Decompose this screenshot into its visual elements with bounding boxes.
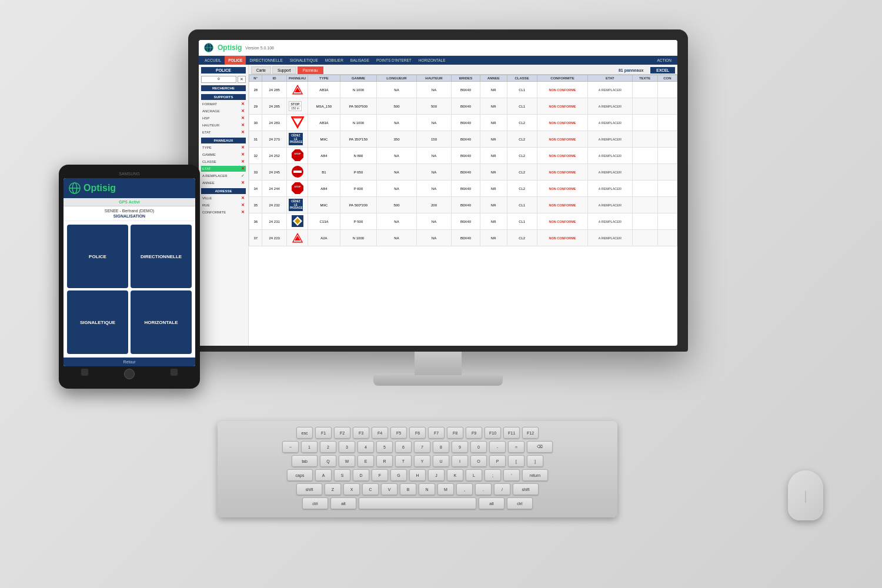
key-shift-l[interactable]: shift: [296, 483, 322, 495]
key-c[interactable]: C: [362, 483, 379, 495]
filter-ancrage-x[interactable]: ✕: [241, 109, 245, 113]
filter-remplacer-check[interactable]: ✓: [241, 173, 245, 178]
tab-support[interactable]: Support: [272, 66, 296, 74]
key-8[interactable]: 8: [433, 441, 449, 453]
key-g[interactable]: G: [390, 469, 407, 481]
key-f4[interactable]: F4: [372, 427, 388, 439]
key-9[interactable]: 9: [452, 441, 468, 453]
key-b[interactable]: B: [400, 483, 416, 495]
key-esc[interactable]: esc: [296, 427, 313, 439]
filter-conformite-x[interactable]: ✕: [241, 210, 245, 215]
key-quote[interactable]: ': [503, 469, 520, 481]
key-f2[interactable]: F2: [334, 427, 350, 439]
key-rbracket[interactable]: ]: [527, 455, 543, 467]
nav-accueil[interactable]: ACCUEIL: [201, 56, 225, 65]
filter-classe-x[interactable]: ✕: [241, 159, 245, 164]
filter-annee-x[interactable]: ✕: [241, 181, 245, 185]
key-ctrl-r[interactable]: ctrl: [507, 497, 533, 509]
key-f6[interactable]: F6: [409, 427, 426, 439]
key-v[interactable]: V: [381, 483, 397, 495]
key-6[interactable]: 6: [395, 441, 412, 453]
filter-ville-x[interactable]: ✕: [241, 196, 245, 201]
filter-hsp-x[interactable]: ✕: [241, 116, 245, 121]
tablet-btn-back[interactable]: [81, 369, 88, 376]
tablet-back-btn[interactable]: Retour: [123, 360, 135, 364]
filter-rue-x[interactable]: ✕: [241, 203, 245, 208]
key-alt-l[interactable]: alt: [330, 497, 356, 509]
key-m[interactable]: M: [437, 483, 454, 495]
key-tilde[interactable]: ~: [282, 441, 299, 453]
nav-directionnelle[interactable]: DIRECTIONNELLE: [246, 56, 286, 65]
nav-balisage[interactable]: BALISAGE: [347, 56, 373, 65]
key-p[interactable]: P: [489, 455, 506, 467]
key-j[interactable]: J: [428, 469, 445, 481]
key-alt-r[interactable]: alt: [479, 497, 505, 509]
sidebar-search-btn[interactable]: RECHERCHE: [201, 85, 246, 91]
key-n[interactable]: N: [419, 483, 435, 495]
key-1[interactable]: 1: [301, 441, 318, 453]
key-3[interactable]: 3: [339, 441, 355, 453]
key-h[interactable]: H: [409, 469, 426, 481]
filter-etat-active-x[interactable]: ✕: [241, 166, 245, 171]
key-shift-r[interactable]: shift: [513, 483, 539, 495]
key-f1[interactable]: F1: [315, 427, 332, 439]
nav-signaletique[interactable]: SIGNALETIQUE: [286, 56, 322, 65]
key-r[interactable]: R: [376, 455, 393, 467]
key-5[interactable]: 5: [376, 441, 393, 453]
key-l[interactable]: L: [466, 469, 482, 481]
key-s[interactable]: S: [334, 469, 350, 481]
key-f7[interactable]: F7: [428, 427, 445, 439]
key-i[interactable]: I: [452, 455, 468, 467]
key-f11[interactable]: F11: [503, 427, 520, 439]
tablet-btn-horizontale[interactable]: HORIZONTALE: [131, 290, 192, 354]
key-minus[interactable]: -: [489, 441, 506, 453]
key-q[interactable]: Q: [320, 455, 336, 467]
sidebar-search-input[interactable]: 0: [201, 76, 236, 83]
key-space[interactable]: [359, 497, 476, 509]
tablet-btn-directionnelle[interactable]: DIRECTIONNELLE: [131, 225, 192, 288]
key-enter[interactable]: return: [522, 469, 548, 481]
key-semicolon[interactable]: ;: [485, 469, 501, 481]
tablet-btn-signaletique[interactable]: SIGNALETIQUE: [67, 290, 128, 354]
key-7[interactable]: 7: [414, 441, 430, 453]
key-a[interactable]: A: [315, 469, 332, 481]
key-w[interactable]: W: [339, 455, 355, 467]
nav-horizontale[interactable]: HORIZONTALE: [415, 56, 449, 65]
tablet-home-btn[interactable]: [124, 369, 135, 379]
key-f[interactable]: F: [372, 469, 388, 481]
nav-points[interactable]: POINTS D'INTERET: [373, 56, 415, 65]
key-u[interactable]: U: [433, 455, 449, 467]
key-x[interactable]: X: [343, 483, 360, 495]
key-backspace[interactable]: ⌫: [527, 441, 553, 453]
key-slash[interactable]: /: [494, 483, 510, 495]
filter-format-x[interactable]: ✕: [241, 102, 245, 106]
key-t[interactable]: T: [395, 455, 412, 467]
key-o[interactable]: O: [470, 455, 487, 467]
key-period[interactable]: .: [475, 483, 492, 495]
key-f8[interactable]: F8: [447, 427, 463, 439]
key-y[interactable]: Y: [414, 455, 430, 467]
key-2[interactable]: 2: [320, 441, 336, 453]
key-comma[interactable]: ,: [456, 483, 473, 495]
key-k[interactable]: K: [447, 469, 463, 481]
key-f9[interactable]: F9: [466, 427, 482, 439]
key-ctrl-l[interactable]: ctrl: [302, 497, 328, 509]
filter-gamme-x[interactable]: ✕: [241, 152, 245, 157]
nav-police[interactable]: POLICE: [225, 56, 246, 65]
key-caps[interactable]: caps: [287, 469, 313, 481]
nav-mobilier[interactable]: MOBILIER: [322, 56, 347, 65]
tablet-btn-police[interactable]: POLICE: [67, 225, 128, 288]
key-f3[interactable]: F3: [353, 427, 369, 439]
filter-type-x[interactable]: ✕: [241, 145, 245, 150]
key-0[interactable]: 0: [470, 441, 487, 453]
key-z[interactable]: Z: [325, 483, 341, 495]
key-lbracket[interactable]: [: [508, 455, 524, 467]
filter-etat-x[interactable]: ✕: [241, 130, 245, 135]
sidebar-clear-btn[interactable]: ✕: [238, 76, 246, 83]
key-f10[interactable]: F10: [485, 427, 501, 439]
key-tab[interactable]: tab: [292, 455, 318, 467]
key-e[interactable]: E: [358, 455, 374, 467]
filter-hauteur-x[interactable]: ✕: [241, 123, 245, 128]
key-equals[interactable]: =: [508, 441, 524, 453]
key-f5[interactable]: F5: [390, 427, 407, 439]
